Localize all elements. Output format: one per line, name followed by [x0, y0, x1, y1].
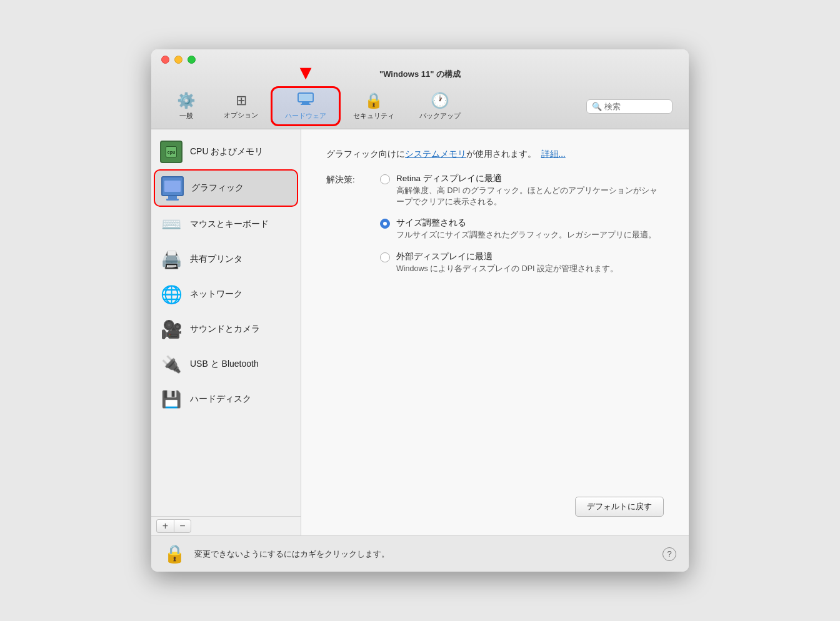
sidebar-item-printer-label: 共有プリンタ	[190, 254, 242, 265]
description-suffix: が使用されます。	[466, 149, 536, 159]
sidebar-item-cpu-label: CPU およびメモリ	[190, 146, 263, 157]
sidebar-list: cpu CPU およびメモリ	[151, 134, 301, 516]
help-button[interactable]: ?	[662, 547, 676, 561]
options-icon: ⊞	[236, 92, 247, 109]
bottom-text: 変更できないようにするにはカギをクリックします。	[194, 549, 654, 560]
sidebar-item-sound[interactable]: 🎥 サウンドとカメラ	[151, 312, 301, 347]
options-section: 解決策: Retina ディスプレイに最適 高解像度、高 DPI のグラフィック…	[326, 173, 664, 274]
details-link[interactable]: 詳細...	[541, 149, 566, 159]
backup-icon: 🕐	[431, 92, 449, 109]
option-external-desc: Windows により各ディスプレイの DPI 設定が管理されます。	[396, 264, 618, 275]
option-retina-title: Retina ディスプレイに最適	[396, 173, 664, 184]
window-title: "Windows 11" の構成	[379, 69, 461, 80]
option-retina-text: Retina ディスプレイに最適 高解像度、高 DPI のグラフィック。ほとんど…	[396, 173, 664, 207]
sidebar-item-network[interactable]: 🌐 ネットワーク	[151, 277, 301, 312]
tab-general-label: 一般	[179, 111, 193, 121]
description-text: グラフィック向けに	[326, 149, 405, 159]
radio-external[interactable]	[380, 252, 390, 262]
tab-security-label: セキュリティ	[353, 111, 394, 121]
sidebar-item-graphics-label: グラフィック	[191, 182, 244, 194]
maximize-button[interactable]	[188, 56, 196, 64]
traffic-lights	[161, 56, 196, 64]
search-box[interactable]: 🔍	[586, 99, 672, 114]
hardware-icon	[297, 92, 314, 109]
keyboard-icon: ⌨️	[160, 213, 182, 236]
sidebar-item-usb-label: USB と Bluetooth	[190, 359, 259, 370]
system-memory-link[interactable]: システムメモリ	[405, 149, 466, 159]
default-button[interactable]: デフォルトに戻す	[575, 497, 664, 517]
svg-rect-1	[299, 94, 312, 101]
tab-hardware[interactable]: ハードウェア	[271, 86, 341, 126]
lock-status-icon[interactable]: 🔒	[164, 544, 186, 564]
sidebar-item-keyboard-label: マウスとキーボード	[190, 219, 269, 230]
sidebar-footer: + −	[151, 516, 301, 535]
remove-item-button[interactable]: −	[174, 519, 191, 533]
sidebar-item-sound-label: サウンドとカメラ	[190, 324, 260, 335]
option-scaled[interactable]: サイズ調整される フルサイズにサイズ調整されたグラフィック。レガシーアプリに最適…	[380, 217, 664, 241]
monitor-icon	[161, 177, 184, 199]
gear-icon: ⚙️	[177, 92, 196, 109]
sidebar-item-cpu[interactable]: cpu CPU およびメモリ	[151, 134, 301, 169]
tab-backup-label: バックアップ	[419, 111, 461, 121]
tab-backup[interactable]: 🕐 バックアップ	[407, 88, 473, 124]
search-icon: 🔍	[592, 102, 602, 111]
sidebar-item-graphics[interactable]: グラフィック	[154, 169, 298, 207]
option-external[interactable]: 外部ディスプレイに最適 Windows により各ディスプレイの DPI 設定が管…	[380, 251, 664, 275]
options-label: 解決策:	[326, 173, 370, 186]
options-list: Retina ディスプレイに最適 高解像度、高 DPI のグラフィック。ほとんど…	[380, 173, 664, 274]
option-scaled-text: サイズ調整される フルサイズにサイズ調整されたグラフィック。レガシーアプリに最適…	[396, 217, 656, 241]
option-scaled-title: サイズ調整される	[396, 217, 656, 229]
sidebar-item-hdd-label: ハードディスク	[190, 394, 251, 405]
tab-options[interactable]: ⊞ オプション	[211, 89, 271, 124]
annotation-arrow-down: ▼	[296, 61, 316, 84]
hdd-icon: 💾	[160, 388, 182, 410]
main-window: "Windows 11" の構成 ⚙️ 一般 ⊞ オプション ▼	[151, 49, 689, 572]
detail-description: グラフィック向けにシステムメモリが使用されます。 詳細...	[326, 148, 664, 161]
bottom-bar: 🔒 変更できないようにするにはカギをクリックします。 ?	[151, 535, 689, 572]
tab-options-label: オプション	[224, 111, 258, 120]
tab-security[interactable]: 🔒 セキュリティ	[341, 88, 407, 124]
svg-rect-2	[302, 102, 309, 104]
detail-footer: デフォルトに戻す	[326, 497, 664, 517]
tab-general[interactable]: ⚙️ 一般	[161, 88, 211, 124]
sidebar-item-network-label: ネットワーク	[190, 289, 242, 300]
search-input[interactable]	[604, 102, 667, 111]
main-content: cpu CPU およびメモリ	[151, 129, 689, 535]
sound-icon: 🎥	[160, 318, 182, 340]
toolbar: ⚙️ 一般 ⊞ オプション ▼	[161, 86, 679, 129]
sidebar-item-hdd[interactable]: 💾 ハードディスク	[151, 382, 301, 417]
sidebar-item-usb[interactable]: 🔌 USB と Bluetooth	[151, 347, 301, 382]
option-scaled-desc: フルサイズにサイズ調整されたグラフィック。レガシーアプリに最適。	[396, 230, 656, 241]
printer-icon: 🖨️	[160, 248, 182, 271]
cpu-icon: cpu	[160, 141, 182, 163]
sidebar: cpu CPU およびメモリ	[151, 129, 301, 535]
hardware-tab-wrapper: ▼ ハードウェア	[271, 86, 341, 126]
option-external-title: 外部ディスプレイに最適	[396, 251, 618, 262]
option-external-text: 外部ディスプレイに最適 Windows により各ディスプレイの DPI 設定が管…	[396, 251, 618, 275]
radio-retina[interactable]	[380, 174, 390, 184]
svg-rect-3	[301, 104, 311, 105]
detail-pane: グラフィック向けにシステムメモリが使用されます。 詳細... 解決策: Reti…	[301, 129, 689, 535]
network-icon: 🌐	[160, 283, 182, 306]
lock-icon: 🔒	[364, 92, 383, 109]
tab-hardware-label: ハードウェア	[285, 111, 326, 121]
radio-scaled[interactable]	[380, 219, 390, 229]
sidebar-item-keyboard[interactable]: ⌨️ マウスとキーボード	[151, 207, 301, 242]
usb-icon: 🔌	[160, 353, 182, 375]
option-retina[interactable]: Retina ディスプレイに最適 高解像度、高 DPI のグラフィック。ほとんど…	[380, 173, 664, 207]
sidebar-item-graphics-wrapper: グラフィック ◀	[151, 169, 301, 207]
add-item-button[interactable]: +	[156, 519, 174, 533]
titlebar: "Windows 11" の構成 ⚙️ 一般 ⊞ オプション ▼	[151, 49, 689, 129]
sidebar-item-printer[interactable]: 🖨️ 共有プリンタ	[151, 242, 301, 277]
option-retina-desc: 高解像度、高 DPI のグラフィック。ほとんどのアプリケーションがシャープでクリ…	[396, 186, 664, 207]
close-button[interactable]	[161, 56, 169, 64]
minimize-button[interactable]	[174, 56, 182, 64]
